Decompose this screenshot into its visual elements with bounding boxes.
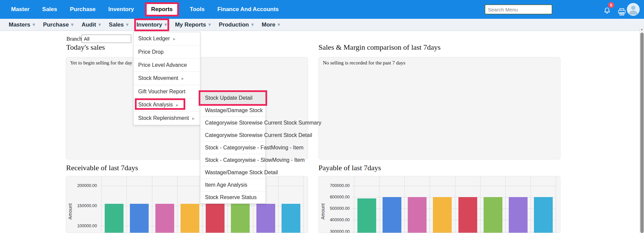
bar [433,197,452,233]
menu-item-gift-voucher-report[interactable]: Gift Voucher Report [134,85,200,98]
submenu-item-item-age-analysis[interactable]: Item Age Analysis [200,179,265,191]
menu-item-label: Stock Analysis [138,102,173,107]
user-avatar[interactable] [627,3,640,16]
chevron-down-icon: ▾ [164,22,167,27]
menu-item-stock-analysis[interactable]: Stock Analysis▶Stock Update DetailWastag… [134,98,200,111]
top-nav-items: MasterSalesPurchaseInventoryReportsTools… [11,0,279,19]
chevron-down-icon: ▾ [278,22,280,27]
reportsnav-item-more[interactable]: More▾ [261,20,281,30]
bar [383,197,401,233]
submenu-item-wastage-damage-stock[interactable]: Wastage/Damage Stock [200,104,265,116]
submenu-item-stock-reserve-status[interactable]: Stock Reserve Status [200,191,265,203]
printer-icon [617,8,626,16]
stock-analysis-submenu: Stock Update DetailWastage/Damage StockC… [200,92,266,204]
menu-item-label: Stock Movement [138,75,178,81]
top-navbar: MasterSalesPurchaseInventoryReportsTools… [0,0,644,19]
vertical-scrollbar[interactable]: ▲ [639,27,644,233]
plot-area [354,176,556,233]
topnav-item-reports[interactable]: Reports [147,4,177,15]
bell-icon [603,7,611,16]
reportsnav-item-label: Audit [82,21,96,28]
menu-item-label: Price Drop [138,49,164,55]
y-tick-label: 500000.00 [319,205,350,212]
chevron-down-icon: ▾ [126,22,129,27]
submenu-item-stock-categorywise-fastmoving-item[interactable]: Stock - Categorywise - FastMoving - Item [200,141,265,154]
sales-margin-message: No selling is recorded for the past 7 da… [319,57,560,68]
reportsnav-item-label: Sales [109,21,123,28]
receivable-chart: Amount200000.00150000.00100000.00 [66,176,308,233]
notification-badge: 5 [608,2,614,8]
menu-item-price-level-advance[interactable]: Price Level Advance [134,58,200,72]
bar [130,204,149,233]
reportsnav-item-purchase[interactable]: Purchase▾ [42,20,74,30]
branch-label: Branch [66,36,82,42]
y-tick-label: 200000.00 [66,183,97,189]
print-button[interactable] [617,8,627,16]
topnav-item-inventory[interactable]: Inventory [108,6,134,13]
search-input[interactable] [485,4,552,14]
bar-slot [152,176,178,233]
y-tick-label: 600000.00 [319,194,350,200]
reportsnav-item-label: My Reports [175,21,206,28]
submenu-arrow-icon: ▶ [182,77,184,80]
topnav-item-tools[interactable]: Tools [190,6,205,13]
reportsnav-item-label: More [262,21,276,28]
submenu-item-stock-categorywise-slowmoving-item[interactable]: Stock - Categorywise - SlowMoving - Item [200,154,265,166]
submenu-item-wastage-damage-stock-detail[interactable]: Wastage/Damage Stock Detail [200,166,265,179]
bar-slot [481,176,506,233]
avatar-icon [627,3,640,16]
branch-input[interactable] [82,35,131,43]
submenu-arrow-icon: ▶ [192,117,195,120]
chevron-down-icon: ▾ [208,22,211,27]
submenu-arrow-icon: ▶ [173,37,176,41]
y-tick-label: 100000.00 [66,223,97,229]
bar-slot [405,176,430,233]
reportsnav-item-sales[interactable]: Sales▾ [108,20,129,30]
sales-margin-title: Sales & Margin comparison of last 7days [318,43,441,52]
bar [282,204,300,233]
menu-item-stock-ledger[interactable]: Stock Ledger▶ [134,32,200,45]
bar [484,197,502,233]
bar-slot [279,176,304,233]
reportsnav-item-masters[interactable]: Masters▾ [8,20,36,30]
y-tick-label: 700000.00 [319,183,350,189]
topnav-item-finance-and-accounts[interactable]: Finance And Accounts [217,6,279,13]
receivable-chart-title: Receivable of last 7days [66,164,138,172]
submenu-item-stock-update-detail[interactable]: Stock Update Detail [200,92,265,104]
sales-margin-panel: No selling is recorded for the past 7 da… [318,57,560,159]
chevron-down-icon: ▾ [98,22,101,27]
bar-slot [430,176,455,233]
app-root: MasterSalesPurchaseInventoryReportsTools… [0,0,644,233]
bar [206,204,225,233]
scrollbar-thumb[interactable] [640,33,644,233]
bar [408,197,427,233]
bar [534,197,553,233]
y-tick-label: 300000.00 [319,229,350,233]
menu-item-price-drop[interactable]: Price Drop [134,45,200,58]
chevron-down-icon: ▾ [71,22,73,27]
menu-item-label: Price Level Advance [138,62,187,68]
reportsnav-item-production[interactable]: Production▾ [218,20,254,30]
submenu-item-categorywise-storewise-current-stock-summary[interactable]: Categorywise Storewise Current Stock Sum… [200,116,265,129]
bar [155,204,174,233]
submenu-arrow-icon: ▶ [176,103,179,107]
submenu-item-categorywise-storewise-current-stock-detail[interactable]: Categorywise Storewise Current Stock Det… [200,129,265,141]
bar-slot [178,176,203,233]
topnav-item-purchase[interactable]: Purchase [70,6,96,13]
reportsnav-item-inventory[interactable]: Inventory▾Stock Ledger▶Price DropPrice L… [136,20,168,30]
topnav-item-sales[interactable]: Sales [42,6,57,13]
menu-item-stock-replenishment[interactable]: Stock Replenishment▶ [134,111,200,125]
reportsnav-item-audit[interactable]: Audit▾ [81,20,101,30]
reportsnav-item-my-reports[interactable]: My Reports▾ [174,20,211,30]
menu-item-stock-movement[interactable]: Stock Movement▶ [134,72,200,85]
topnav-item-master[interactable]: Master [11,6,30,13]
bar-slot [354,176,380,233]
bar-slot [455,176,481,233]
payable-chart-title: Payable of last 7days [318,164,381,172]
bar-slot [127,176,152,233]
notifications-button[interactable]: 5 [603,7,613,17]
bar-slot [506,176,531,233]
inventory-dropdown-menu: Stock Ledger▶Price DropPrice Level Advan… [133,32,200,125]
today-sales-title: Today's sales [66,43,105,52]
scroll-up-arrow[interactable]: ▲ [640,27,644,32]
